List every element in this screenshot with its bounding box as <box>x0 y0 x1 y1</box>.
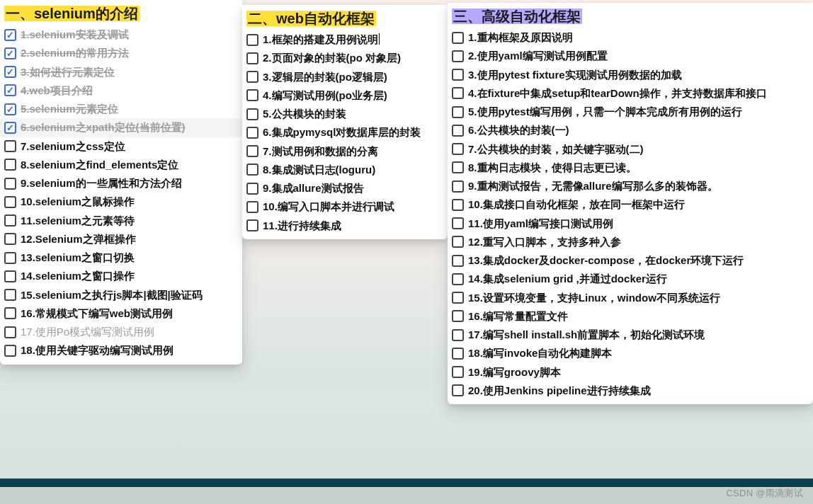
task-item[interactable]: 6.集成pymysql对数据库层的封装 <box>242 123 448 142</box>
task-item[interactable]: 3.逻辑层的封装(po逻辑层) <box>242 68 448 86</box>
task-checkbox[interactable] <box>4 345 16 357</box>
watermark: CSDN @雨滴测试 <box>726 487 803 500</box>
task-checkbox[interactable] <box>4 159 16 171</box>
task-item[interactable]: 5.公共模块的封装 <box>242 105 448 123</box>
task-item[interactable]: 2.使用yaml编写测试用例配置 <box>448 47 813 65</box>
task-checkbox[interactable] <box>452 217 464 229</box>
task-checkbox[interactable] <box>4 307 16 319</box>
task-item[interactable]: 2.页面对象的封装(po 对象层) <box>242 49 448 67</box>
task-item[interactable]: 11.进行持续集成 <box>242 217 448 235</box>
task-item[interactable]: 20.使用Jenkins pipeline进行持续集成 <box>448 382 813 400</box>
task-checkbox[interactable] <box>452 292 464 304</box>
task-item[interactable]: 3.如何进行元素定位 <box>0 63 242 81</box>
task-item[interactable]: 15.selenium之执行js脚本|截图|验证码 <box>0 286 242 304</box>
task-item[interactable]: 17.编写shell install.sh前置脚本，初始化测试环境 <box>448 326 813 344</box>
task-item[interactable]: 19.编写groovy脚本 <box>448 363 813 382</box>
task-item[interactable]: 10.selenium之鼠标操作 <box>0 193 242 211</box>
task-item[interactable]: 7.公共模块的封装，如关键字驱动(二) <box>448 140 813 159</box>
task-item[interactable]: 10.集成接口自动化框架，放在同一框架中运行 <box>448 195 813 214</box>
task-item[interactable]: 9.selenium的一些属性和方法介绍 <box>0 174 242 193</box>
task-checkbox[interactable] <box>246 108 258 120</box>
task-item[interactable]: 16.常规模式下编写web测试用例 <box>0 304 242 323</box>
task-item[interactable]: 1.selenium安装及调试 <box>0 25 242 44</box>
task-checkbox[interactable] <box>452 69 464 81</box>
task-item[interactable]: 8.集成测试日志(loguru) <box>242 161 448 179</box>
task-item[interactable]: 2.selenium的常用方法 <box>0 44 242 62</box>
task-item[interactable]: 1.重构框架及原因说明 <box>448 28 813 47</box>
task-checkbox[interactable] <box>452 161 464 173</box>
task-checkbox[interactable] <box>4 289 16 301</box>
task-checkbox[interactable] <box>246 89 258 101</box>
task-checkbox[interactable] <box>452 310 464 322</box>
task-item[interactable]: 9.重构测试报告，无需像allure编写那么多的装饰器。 <box>448 177 813 195</box>
task-checkbox[interactable] <box>452 32 464 44</box>
task-item[interactable]: 14.selenium之窗口操作 <box>0 267 242 285</box>
task-checkbox[interactable] <box>4 270 16 282</box>
task-checkbox[interactable] <box>452 329 464 341</box>
task-item[interactable]: 11.使用yaml编写接口测试用例 <box>448 214 813 233</box>
task-item[interactable]: 6.selenium之xpath定位(当前位置) <box>0 118 242 137</box>
task-checkbox[interactable] <box>4 84 16 96</box>
task-item[interactable]: 12.Selenium之弹框操作 <box>0 230 242 248</box>
task-checkbox[interactable] <box>246 127 258 139</box>
task-checkbox[interactable] <box>452 366 464 378</box>
task-item[interactable]: 18.使用关键字驱动编写测试用例 <box>0 341 242 360</box>
task-checkbox[interactable] <box>452 106 464 118</box>
task-checkbox[interactable] <box>246 183 258 195</box>
task-checkbox[interactable] <box>4 66 16 78</box>
task-checkbox[interactable] <box>246 219 258 231</box>
task-item[interactable]: 10.编写入口脚本并进行调试 <box>242 197 448 216</box>
task-item[interactable]: 13.selenium之窗口切换 <box>0 248 242 267</box>
task-item[interactable]: 4.web项目介绍 <box>0 81 242 100</box>
task-checkbox[interactable] <box>246 71 258 83</box>
task-item[interactable]: 1.框架的搭建及用例说明 <box>242 30 448 49</box>
task-item[interactable]: 5.selenium元素定位 <box>0 100 242 118</box>
task-item[interactable]: 8.重构日志模块，使得日志更已读。 <box>448 159 813 177</box>
task-checkbox[interactable] <box>246 145 258 157</box>
task-item[interactable]: 7.测试用例和数据的分离 <box>242 142 448 161</box>
task-item[interactable]: 6.公共模块的封装(一) <box>448 121 813 139</box>
task-checkbox[interactable] <box>4 103 16 115</box>
task-checkbox[interactable] <box>452 125 464 137</box>
task-checkbox[interactable] <box>452 50 464 62</box>
task-checkbox[interactable] <box>452 384 464 396</box>
task-checkbox[interactable] <box>246 201 258 213</box>
task-checkbox[interactable] <box>246 52 258 64</box>
task-item[interactable]: 7.selenium之css定位 <box>0 137 242 156</box>
task-checkbox[interactable] <box>452 236 464 248</box>
task-item[interactable]: 18.编写invoke自动化构建脚本 <box>448 344 813 362</box>
task-checkbox[interactable] <box>452 87 464 99</box>
task-checkbox[interactable] <box>452 273 464 285</box>
task-checkbox[interactable] <box>4 47 16 59</box>
task-item[interactable]: 11.selenium之元素等待 <box>0 212 242 230</box>
task-item[interactable]: 4.在fixture中集成setup和tearDown操作，并支持数据库和接口 <box>448 84 813 103</box>
task-item[interactable]: 8.selenium之find_elements定位 <box>0 156 242 174</box>
task-item[interactable]: 5.使用pytest编写用例，只需一个脚本完成所有用例的运行 <box>448 103 813 121</box>
task-checkbox[interactable] <box>4 29 16 41</box>
task-checkbox[interactable] <box>452 255 464 267</box>
task-checkbox[interactable] <box>246 34 258 46</box>
wallpaper-shore <box>0 487 813 504</box>
task-item[interactable]: 4.编写测试用例(po业务层) <box>242 86 448 105</box>
task-item[interactable]: 14.集成selenium grid ,并通过docker运行 <box>448 270 813 288</box>
task-item[interactable]: 9.集成allure测试报告 <box>242 179 448 197</box>
task-checkbox[interactable] <box>4 140 16 152</box>
task-checkbox[interactable] <box>246 164 258 176</box>
task-item[interactable]: 3.使用pytest fixture实现测试用例数据的加载 <box>448 66 813 84</box>
task-checkbox[interactable] <box>452 199 464 211</box>
task-checkbox[interactable] <box>452 143 464 155</box>
task-item[interactable]: 17.使用Po模式编写测试用例 <box>0 323 242 341</box>
task-checkbox[interactable] <box>452 348 464 360</box>
task-checkbox[interactable] <box>4 326 16 338</box>
task-item[interactable]: 16.编写常量配置文件 <box>448 307 813 326</box>
task-item[interactable]: 15.设置环境变量，支持Linux，window不同系统运行 <box>448 289 813 307</box>
task-checkbox[interactable] <box>4 178 16 190</box>
task-checkbox[interactable] <box>4 196 16 208</box>
task-checkbox[interactable] <box>4 122 16 134</box>
task-item[interactable]: 13.集成docker及docker-compose，在docker环境下运行 <box>448 251 813 270</box>
task-checkbox[interactable] <box>4 233 16 245</box>
task-checkbox[interactable] <box>4 214 16 227</box>
task-checkbox[interactable] <box>452 181 464 193</box>
task-checkbox[interactable] <box>4 252 16 264</box>
task-item[interactable]: 12.重写入口脚本，支持多种入参 <box>448 233 813 251</box>
